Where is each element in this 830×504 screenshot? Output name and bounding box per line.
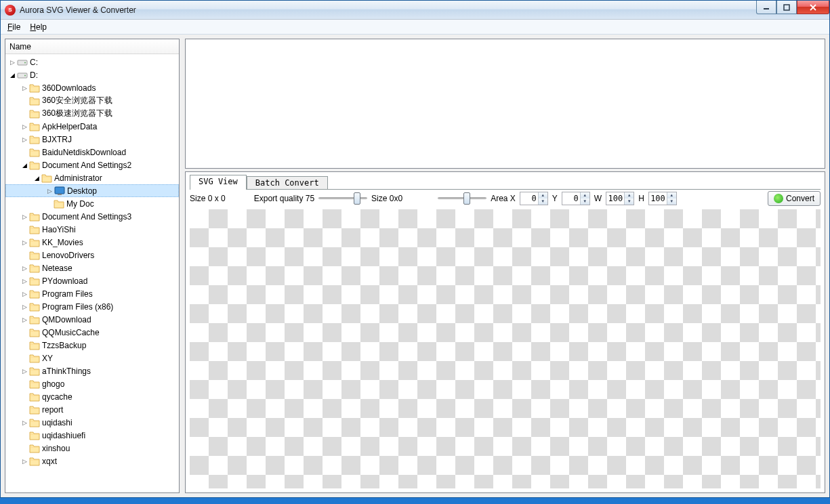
- folder-icon: [28, 417, 41, 428]
- folder-icon: [28, 430, 41, 441]
- area-x-input[interactable]: [520, 192, 538, 205]
- maximize-button[interactable]: [776, 1, 797, 14]
- tree-item[interactable]: ◢Document And Settings2: [5, 159, 179, 171]
- client-area: Name ▷C:◢D:▷360Downloads360安全浏览器下载360极速浏…: [1, 35, 829, 497]
- svg-point-3: [24, 62, 26, 63]
- tree-item[interactable]: ▷360Downloads: [5, 81, 179, 94]
- area-w-spinner[interactable]: ▲▼: [606, 192, 634, 205]
- minimize-button[interactable]: [756, 1, 776, 14]
- tree-item[interactable]: ▷Program Files: [5, 287, 179, 300]
- area-y-input[interactable]: [562, 192, 580, 205]
- tree-item-label: Program Files (x86): [42, 302, 113, 312]
- tree-item-mydoc[interactable]: My Doc: [5, 197, 179, 210]
- close-button[interactable]: [797, 1, 829, 14]
- folder-icon: [28, 224, 41, 235]
- svg-point-5: [24, 75, 26, 76]
- folder-icon: [28, 263, 41, 274]
- area-h-input[interactable]: [649, 192, 667, 205]
- tree-item-desktop[interactable]: ▷Desktop: [5, 184, 179, 197]
- preview-pane: [185, 39, 825, 169]
- tree-item[interactable]: ▷uqidashi: [5, 416, 179, 429]
- tree-item-label: KK_Movies: [42, 238, 83, 247]
- tab-batch-convert[interactable]: Batch Convert: [247, 176, 328, 189]
- tree-item[interactable]: 360安全浏览器下载: [5, 94, 179, 107]
- tree-item[interactable]: ▷Netease: [5, 261, 179, 274]
- tree-item[interactable]: QQMusicCache: [5, 326, 179, 339]
- folder-icon: [28, 211, 41, 222]
- folder-icon: [28, 340, 41, 351]
- window-title: Aurora SVG Viewer & Converter: [20, 5, 136, 15]
- area-x-spinner[interactable]: ▲▼: [520, 192, 548, 205]
- right-panel: SVG View Batch Convert Size 0 x 0 Export…: [185, 39, 825, 493]
- tree-item-label: 360安全浏览器下载: [42, 95, 112, 106]
- tree-item-label: xinshou: [42, 444, 70, 453]
- tree-item[interactable]: ▷PYdownload: [5, 274, 179, 287]
- folder-icon: [28, 237, 41, 248]
- tree-item[interactable]: ▷KK_Movies: [5, 236, 179, 249]
- tree-item-label: QQMusicCache: [42, 328, 100, 337]
- area-h-spinner[interactable]: ▲▼: [648, 192, 677, 205]
- tree-item[interactable]: LenovoDrivers: [5, 249, 179, 261]
- tree-item[interactable]: ▷QMDownload: [5, 313, 179, 326]
- area-y-label: Y: [552, 194, 558, 203]
- folder-icon: [28, 314, 41, 325]
- tree-drive-c[interactable]: ▷C:: [5, 56, 179, 68]
- tree-item-admin[interactable]: ◢Administrator: [5, 171, 179, 184]
- tree-item[interactable]: ▷ApkHelperData: [5, 120, 179, 133]
- titlebar[interactable]: S Aurora SVG Viewer & Converter: [1, 1, 829, 20]
- tree-item-label: report: [42, 405, 63, 415]
- size-slider[interactable]: [438, 192, 486, 205]
- convert-button[interactable]: Convert: [768, 191, 821, 206]
- tree-item-label: BaiduNetdiskDownload: [42, 148, 126, 157]
- folder-icon: [28, 301, 41, 312]
- folder-icon: [28, 404, 41, 415]
- tree-item[interactable]: xinshou: [5, 442, 179, 455]
- tree-item[interactable]: ▷BJXTRJ: [5, 133, 179, 146]
- folder-icon: [28, 147, 41, 158]
- folder-icon: [53, 198, 65, 209]
- tree-item-label: 360Downloads: [42, 83, 96, 93]
- folder-tree[interactable]: ▷C:◢D:▷360Downloads360安全浏览器下载360极速浏览器下载▷…: [5, 54, 179, 492]
- tree-item[interactable]: report: [5, 403, 179, 416]
- tree-item-label: LenovoDrivers: [42, 251, 94, 260]
- tree-drive-d[interactable]: ◢D:: [5, 68, 179, 81]
- tree-item[interactable]: ▷Document And Settings3: [5, 210, 179, 223]
- area-y-spinner[interactable]: ▲▼: [562, 192, 590, 205]
- svg-rect-0: [764, 8, 769, 9]
- folder-tree-panel: Name ▷C:◢D:▷360Downloads360安全浏览器下载360极速浏…: [5, 39, 180, 493]
- folder-icon: [28, 121, 41, 132]
- tree-item[interactable]: BaiduNetdiskDownload: [5, 146, 179, 159]
- tree-item[interactable]: uqidashiuefi: [5, 429, 179, 442]
- folder-icon: [28, 83, 41, 93]
- tree-item[interactable]: HaoYiShi: [5, 223, 179, 236]
- tree-item-label: XY: [42, 354, 53, 363]
- menu-help[interactable]: Help: [30, 22, 47, 32]
- tree-header[interactable]: Name: [5, 39, 179, 54]
- tab-svg-view[interactable]: SVG View: [190, 175, 247, 190]
- quality-slider[interactable]: [318, 192, 367, 205]
- menu-file[interactable]: File: [7, 22, 20, 32]
- tree-item[interactable]: ghogo: [5, 377, 179, 390]
- area-w-input[interactable]: [606, 192, 624, 205]
- folder-icon: [28, 392, 41, 402]
- tree-item[interactable]: qycache: [5, 390, 179, 403]
- export-quality-label: Export quality 75: [254, 194, 314, 203]
- tree-item-label: TzzsBackup: [42, 341, 86, 350]
- tree-item[interactable]: ▷xqxt: [5, 455, 179, 467]
- folder-icon: [28, 353, 41, 364]
- tree-item[interactable]: XY: [5, 352, 179, 364]
- tree-item-label: BJXTRJ: [42, 135, 72, 144]
- folder-icon: [28, 134, 41, 145]
- svg-rect-7: [58, 194, 62, 195]
- tree-item[interactable]: ▷aThinkThings: [5, 364, 179, 377]
- canvas-checker[interactable]: [190, 209, 821, 488]
- tree-item-label: xqxt: [42, 457, 57, 466]
- tree-item[interactable]: 360极速浏览器下载: [5, 107, 179, 120]
- tree-item-label: My Doc: [66, 199, 94, 209]
- tree-item[interactable]: TzzsBackup: [5, 339, 179, 352]
- tree-item[interactable]: ▷Program Files (x86): [5, 300, 179, 313]
- tree-item-label: C:: [30, 58, 38, 67]
- folder-icon: [28, 276, 41, 287]
- tabs: SVG View Batch Convert: [190, 175, 821, 190]
- tree-item-label: ApkHelperData: [42, 122, 97, 131]
